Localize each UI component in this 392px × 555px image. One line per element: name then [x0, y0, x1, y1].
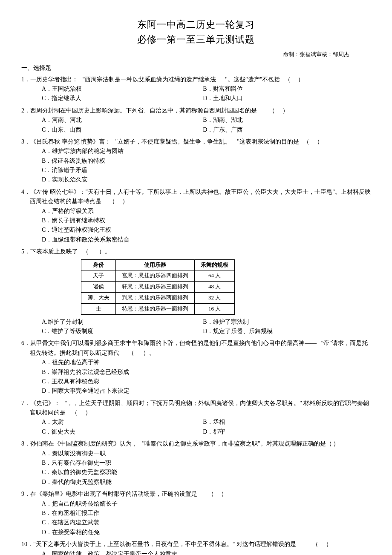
q9-opt-b: B．在向丞相汇报工作	[42, 509, 371, 518]
q9-options: A．把自己的职务传给嫡长子 B．在向丞相汇报工作 C．在辖区内建立武装 D．在接…	[21, 499, 371, 538]
question-1-stem: 1．一历史学者指出： "西周宗法制是一种以父系血缘为准绳的遗产继承法 "。这些"…	[21, 75, 371, 84]
q6-opt-a: A．祖先的地位高于神	[42, 358, 371, 367]
question-3-stem: 3．《吕氏春秋 率分览 慎势》言： "立嫡子，不使庶孽疑焉。疑生争，争生乱。 "…	[21, 137, 371, 147]
cell: 诸侯	[81, 282, 116, 293]
q9-opt-c: C．在辖区内建立武装	[42, 518, 371, 527]
q8-options: A．秦以前没有御史一职 B．只有秦代存在御史一职 C．秦以前的御史无监察职能 D…	[21, 449, 371, 487]
question-7: 7．《史记》： "，，上佐天子理阴阳、顺四时；下抚万民明庶物；外镇四夷诸侯，内使…	[21, 399, 371, 437]
q7-opt-c: C．御史大夫	[42, 427, 203, 437]
table-row: 诸侯 轩悬：悬挂的乐器三面排列 48 人	[81, 282, 235, 293]
cell: 判悬：悬挂的乐器两面排列	[116, 292, 195, 303]
q8-opt-b: B．只有秦代存在御史一职	[42, 458, 371, 468]
question-9: 9．在《秦始皇》电影中出现了当时郡守的活动场景，正确的设置是 （ ） A．把自己…	[21, 489, 371, 537]
q10-blank: （ ）	[312, 541, 332, 547]
q8-t0: 孙伯南在《中国监察制度的研究》认为，	[30, 440, 138, 447]
q5-opt-a: A.维护了分封制	[42, 317, 203, 327]
question-10-stem: 10．"天下之事无小大皆决于上，上至以衡石量书，日夜有呈，不中呈不得休息。" 对…	[21, 540, 371, 549]
th-instrument: 使用乐器	[116, 259, 195, 270]
table-row: 卿、大夫 判悬：悬挂的乐器两面排列 32 人	[81, 292, 235, 303]
q1-blank: （ ）	[285, 76, 304, 83]
question-2: 2．西周分封制在中国历史上影响深远。下列省、自治区中，其简称源自西周封国国名的是…	[21, 106, 371, 135]
q7-opt-d: D．郡守	[203, 427, 364, 437]
q9-opt-a: A．把自己的职务传给嫡长子	[42, 499, 371, 509]
th-identity: 身份	[81, 259, 116, 270]
q6-opt-d: D．国家大事完全通过占卜来决定	[42, 386, 371, 396]
th-scale: 乐舞的规模	[195, 259, 235, 270]
q8-t1: "唯秦代以前之御史系掌政事，而非监察之职"。对其观点理解正确的是（ ）	[142, 440, 340, 447]
cell: 宫悬：悬挂的乐器四面排列	[116, 270, 195, 282]
q6-blank: （ ）。	[128, 350, 155, 356]
question-9-stem: 9．在《秦始皇》电影中出现了当时郡守的活动场景，正确的设置是 （ ）	[21, 489, 371, 499]
question-6: 6．从甲骨文中我们可以看到很多商王求丰年和降雨的卜辞，但奇怪的是他们不是直接向他…	[21, 339, 371, 396]
q7-options: A．太尉 B．丞相 C．御史大夫 D．郡守	[21, 417, 371, 437]
q3-t1: "立嫡子，不使庶孽疑焉。疑生争，争生乱。	[115, 138, 231, 145]
cell: 天子	[81, 270, 116, 282]
q6-opt-b: B．崇拜祖先的宗法观念已经形成	[42, 368, 371, 377]
credit-line: 命制：张福斌审核：邹周杰	[21, 50, 371, 59]
q10-options: A．国家的法律、政策，都决定于皇帝一个人的意志	[21, 549, 371, 555]
q3-opt-c: C．消除诸子矛盾	[42, 166, 371, 175]
question-6-stem: 6．从甲骨文中我们可以看到很多商王求丰年和降雨的卜辞，但奇怪的是他们不是直接向他…	[21, 339, 371, 358]
q5-num: 5．	[21, 248, 30, 255]
section-title: 一、选择题	[21, 63, 371, 73]
q4-t0: 《左传 昭公七年》："天有十日，人有十等。下所以事上，上所以共神也。故王臣公，公…	[30, 189, 371, 204]
q2-blank: （ ）	[269, 107, 288, 114]
q9-blank: （ ）	[208, 491, 228, 497]
q7-blank: （ ）	[72, 409, 91, 416]
q9-opt-d: D．在接受宰相的任免	[42, 528, 371, 537]
title-line-2: 必修一第一至三单元测试题	[21, 32, 371, 47]
question-4-stem: 4．《左传 昭公七年》："天有十日，人有十等。下所以事上，上所以共神也。故王臣公…	[21, 187, 371, 207]
question-5: 5．下表本质上反映了 （ ）。 身份 使用乐器 乐舞的规模 天子 宫悬：悬挂的乐…	[21, 247, 371, 336]
q8-num: 8．	[21, 440, 30, 447]
q8-opt-d: D．秦代的御史无监察职能	[42, 477, 371, 487]
table-row: 士 特悬：悬挂的乐器一面排列 16 人	[81, 303, 235, 314]
q1-num: 1．	[21, 76, 30, 83]
q8-opt-c: C．秦以前的御史无监察职能	[42, 468, 371, 477]
question-2-stem: 2．西周分封制在中国历史上影响深远。下列省、自治区中，其简称源自西周封国国名的是…	[21, 106, 371, 115]
q2-opt-d: D．广东、广西	[203, 125, 364, 135]
q5-options: A.维护了分封制 B．维护了宗法制 C．维护了等级制度 D．规定了乐器、乐舞规模	[21, 317, 371, 336]
q3-opt-d: D．实现长治久安	[42, 175, 371, 184]
q1-t1: "西周宗法制是一种以父系血缘为准绳的遗产继承法	[83, 76, 216, 83]
q4-options: A．严格的等级关系 B．嫡长子拥有继承特权 C．通过垄断神权强化王权 D．血缘纽…	[21, 207, 371, 245]
q10-t0: "天下之事无小大皆决于上，上至以衡石量书，日夜有呈，不中呈不得休息。" 对这句话…	[33, 541, 296, 547]
q10-opt-a: A．国家的法律、政策，都决定于皇帝一个人的意志	[42, 549, 371, 555]
q3-num: 3．	[21, 138, 30, 145]
question-8: 8．孙伯南在《中国监察制度的研究》认为， "唯秦代以前之御史系掌政事，而非监察之…	[21, 439, 371, 487]
q5-opt-d: D．规定了乐器、乐舞规模	[203, 327, 364, 336]
q3-opt-a: A．维护宗族内部的稳定与团结	[42, 147, 371, 156]
question-8-stem: 8．孙伯南在《中国监察制度的研究》认为， "唯秦代以前之御史系掌政事，而非监察之…	[21, 439, 371, 449]
table-row: 天子 宫悬：悬挂的乐器四面排列 64 人	[81, 270, 235, 282]
q7-num: 7．	[21, 400, 30, 406]
cell: 特悬：悬挂的乐器一面排列	[116, 303, 195, 314]
q6-num: 6．	[21, 340, 30, 346]
question-4: 4．《左传 昭公七年》："天有十日，人有十等。下所以事上，上所以共神也。故王臣公…	[21, 187, 371, 244]
q1-opt-a: A．王国统治权	[42, 84, 203, 94]
q1-t2: "。这些"遗产"不包括	[225, 76, 280, 83]
title-line-1: 东阿一中高二历史一轮复习	[21, 17, 371, 32]
q2-opt-c: C．山东、山西	[42, 125, 203, 135]
q4-opt-d: D．血缘纽带和政治关系紧密结合	[42, 235, 371, 244]
q2-opt-a: A．河南、河北	[42, 115, 203, 125]
q6-t0: 从甲骨文中我们可以看到很多商王求丰年和降雨的卜辞，但奇怪的是他们不是直接向他们心…	[30, 340, 317, 346]
cell: 64 人	[195, 270, 235, 282]
q6-opt-c: C．王权具有神秘色彩	[42, 377, 371, 386]
q5-opt-b: B．维护了宗法制	[203, 317, 364, 327]
q10-num: 10．	[21, 541, 33, 547]
question-1: 1．一历史学者指出： "西周宗法制是一种以父系血缘为准绳的遗产继承法 "。这些"…	[21, 75, 371, 104]
q9-t0: 在《秦始皇》电影中出现了当时郡守的活动场景，正确的设置是	[30, 491, 197, 497]
q2-options: A．河南、河北 B．湖南、湖北 C．山东、山西 D．广东、广西	[21, 115, 371, 135]
cell: 轩悬：悬挂的乐器三面排列	[116, 282, 195, 293]
q2-num: 2．	[21, 107, 30, 114]
q7-opt-a: A．太尉	[42, 417, 203, 427]
title-block: 东阿一中高二历史一轮复习 必修一第一至三单元测试题	[21, 17, 371, 47]
question-7-stem: 7．《史记》： "，，上佐天子理阴阳、顺四时；下抚万民明庶物；外镇四夷诸侯，内使…	[21, 399, 371, 418]
q3-blank: （ ）	[303, 138, 323, 145]
q8-opt-a: A．秦以前没有御史一职	[42, 449, 371, 458]
q7-opt-b: B．丞相	[203, 417, 364, 427]
q1-options: A．王国统治权 B．财富和爵位 C．指定继承人 D．土地和人口	[21, 84, 371, 104]
q9-num: 9．	[21, 491, 30, 497]
q4-num: 4．	[21, 189, 30, 195]
q3-t0: 《吕氏春秋 率分览 慎势》言：	[30, 138, 111, 145]
q3-opt-b: B．保证各级贵族的特权	[42, 156, 371, 166]
